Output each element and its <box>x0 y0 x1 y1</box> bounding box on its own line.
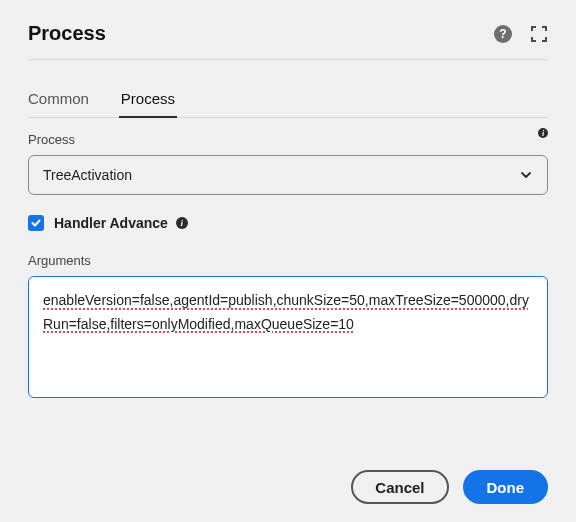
info-icon[interactable]: i <box>538 128 548 138</box>
process-select-value: TreeActivation <box>43 167 132 183</box>
cancel-button[interactable]: Cancel <box>351 470 448 504</box>
handler-advance-checkbox[interactable] <box>28 215 44 231</box>
process-label: Process <box>28 132 548 147</box>
dialog-footer: Cancel Done <box>351 470 548 504</box>
arguments-label: Arguments <box>28 253 548 268</box>
info-icon[interactable]: i <box>176 217 188 229</box>
process-step-dialog: Process ? Common Process i Process TreeA… <box>0 0 576 522</box>
dialog-header: Process ? <box>28 22 548 60</box>
process-select[interactable]: TreeActivation <box>28 155 548 195</box>
handler-advance-row: Handler Advance i <box>28 215 548 231</box>
header-actions: ? <box>494 25 548 43</box>
arguments-input[interactable]: enableVersion=false,agentId=publish,chun… <box>28 276 548 398</box>
chevron-down-icon <box>519 168 533 182</box>
tabs: Common Process <box>28 82 548 118</box>
tab-common[interactable]: Common <box>28 82 89 117</box>
arguments-field-row: Arguments enableVersion=false,agentId=pu… <box>28 253 548 398</box>
arguments-value: enableVersion=false,agentId=publish,chun… <box>43 292 529 332</box>
tab-process[interactable]: Process <box>121 82 175 117</box>
handler-advance-label: Handler Advance <box>54 215 168 231</box>
done-button[interactable]: Done <box>463 470 549 504</box>
dialog-title: Process <box>28 22 106 45</box>
fullscreen-icon[interactable] <box>530 25 548 43</box>
help-icon[interactable]: ? <box>494 25 512 43</box>
process-field-row: i Process TreeActivation <box>28 132 548 195</box>
